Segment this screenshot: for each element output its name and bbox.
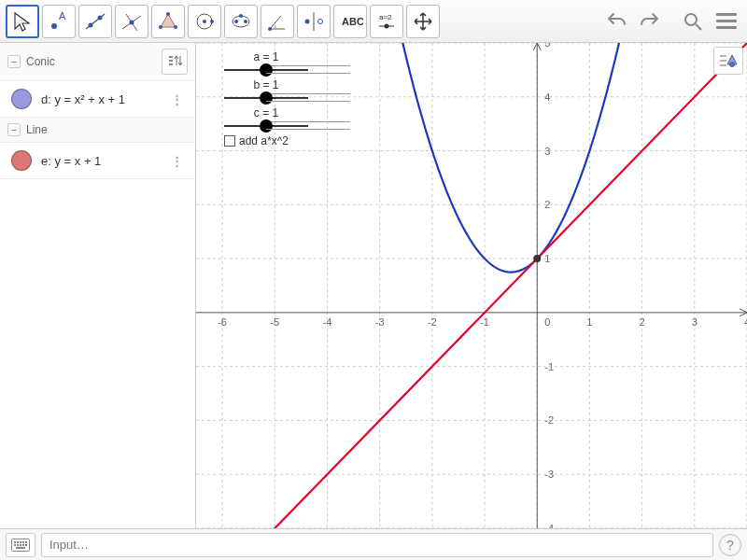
tool-line[interactable] (78, 5, 112, 38)
svg-text:1: 1 (586, 316, 592, 328)
slider-b[interactable]: b = 1 (224, 78, 308, 99)
controls-panel: a = 1 b = 1 c = 1 add a*x^2 (224, 50, 308, 147)
slider-knob[interactable] (260, 119, 273, 133)
svg-rect-83 (17, 544, 19, 546)
keyboard-button[interactable] (6, 533, 35, 557)
object-d[interactable]: d: y = x² + x + 1 ⋮ (0, 81, 195, 118)
tool-slider[interactable]: a=2 (370, 5, 403, 38)
svg-point-7 (130, 20, 134, 24)
slider-c[interactable]: c = 1 (224, 106, 308, 127)
checkbox-add-ax2[interactable]: add a*x^2 (224, 134, 308, 147)
svg-rect-82 (14, 544, 16, 546)
tool-perpendicular[interactable] (115, 5, 148, 38)
color-swatch[interactable] (11, 89, 32, 109)
tool-text[interactable]: ABC (333, 5, 367, 38)
svg-text:-5: -5 (270, 316, 279, 328)
menu-button[interactable] (712, 7, 741, 36)
tool-polygon[interactable] (151, 5, 185, 38)
redo-button[interactable] (635, 7, 665, 36)
svg-point-11 (159, 25, 162, 29)
section-conic[interactable]: − Conic (0, 43, 195, 81)
svg-text:3: 3 (544, 146, 550, 157)
svg-text:-3: -3 (375, 316, 385, 328)
object-menu-icon[interactable]: ⋮ (167, 154, 188, 168)
svg-rect-79 (20, 541, 21, 543)
slider-label: a = 1 (224, 50, 308, 63)
graphics-view[interactable]: -6-5-4-3-2-11234-4-3-2-1123450 a = 1 b =… (196, 43, 747, 528)
collapse-icon[interactable]: − (7, 55, 21, 68)
undo-button[interactable] (601, 7, 631, 36)
help-button[interactable]: ? (719, 534, 741, 556)
svg-point-22 (318, 19, 323, 23)
svg-point-13 (203, 20, 206, 23)
point-intersection[interactable] (533, 255, 541, 262)
svg-rect-87 (16, 547, 25, 549)
svg-rect-81 (25, 541, 27, 543)
svg-point-0 (51, 23, 57, 29)
toolbar: A ABC a=2 (0, 0, 747, 43)
svg-point-4 (98, 15, 103, 20)
slider-label: c = 1 (224, 106, 308, 119)
svg-rect-80 (22, 541, 24, 543)
section-line[interactable]: − Line (0, 118, 195, 143)
slider-track[interactable] (224, 125, 308, 127)
tool-pan[interactable] (406, 5, 440, 38)
slider-label: b = 1 (224, 78, 308, 91)
search-button[interactable] (678, 7, 708, 36)
svg-text:-3: -3 (544, 469, 554, 480)
svg-point-17 (244, 20, 247, 23)
style-bar-button[interactable] (713, 47, 743, 75)
svg-text:3: 3 (692, 316, 698, 328)
section-title: Conic (26, 55, 55, 68)
svg-point-16 (234, 20, 238, 23)
svg-text:4: 4 (544, 91, 550, 103)
svg-text:-2: -2 (428, 316, 437, 328)
svg-rect-85 (22, 544, 24, 546)
svg-point-21 (305, 19, 310, 23)
svg-point-3 (89, 22, 93, 27)
svg-text:-4: -4 (323, 316, 332, 328)
tool-group: A ABC a=2 (6, 5, 440, 38)
svg-rect-78 (17, 541, 19, 543)
tool-angle[interactable] (261, 5, 294, 38)
svg-text:2: 2 (544, 199, 550, 210)
svg-point-19 (268, 27, 272, 31)
section-title: Line (26, 123, 48, 136)
svg-text:-1: -1 (544, 361, 554, 372)
tool-move[interactable] (6, 5, 39, 38)
svg-text:5: 5 (544, 43, 550, 49)
object-e[interactable]: e: y = x + 1 ⋮ (0, 143, 195, 179)
svg-rect-86 (25, 544, 27, 546)
color-swatch[interactable] (11, 150, 32, 171)
slider-knob[interactable] (260, 63, 273, 77)
checkbox-label: add a*x^2 (239, 134, 289, 147)
svg-text:a=2: a=2 (379, 13, 392, 21)
object-menu-icon[interactable]: ⋮ (167, 92, 188, 106)
tool-ellipse[interactable] (224, 5, 258, 38)
tool-circle[interactable] (188, 5, 221, 38)
svg-marker-8 (161, 14, 176, 27)
slider-track[interactable] (224, 69, 308, 71)
slider-a[interactable]: a = 1 (224, 50, 308, 71)
tool-point[interactable]: A (42, 5, 76, 38)
svg-point-10 (174, 25, 177, 29)
slider-knob[interactable] (260, 91, 273, 105)
svg-text:-2: -2 (544, 414, 554, 426)
checkbox-icon[interactable] (224, 135, 235, 147)
svg-line-28 (696, 24, 701, 30)
input-field[interactable] (41, 533, 713, 557)
svg-point-27 (685, 14, 697, 25)
svg-text:-6: -6 (218, 316, 227, 328)
sort-button[interactable] (162, 49, 188, 75)
slider-track[interactable] (224, 97, 308, 99)
object-label: e: y = x + 1 (41, 154, 167, 168)
svg-point-18 (239, 14, 243, 18)
collapse-icon[interactable]: − (7, 123, 21, 136)
tool-reflect[interactable] (297, 5, 331, 38)
svg-text:1: 1 (544, 253, 550, 264)
input-bar: ? (0, 528, 747, 560)
svg-text:-1: -1 (480, 316, 489, 328)
svg-line-2 (86, 14, 105, 29)
svg-point-33 (729, 62, 735, 67)
svg-point-9 (166, 12, 170, 16)
